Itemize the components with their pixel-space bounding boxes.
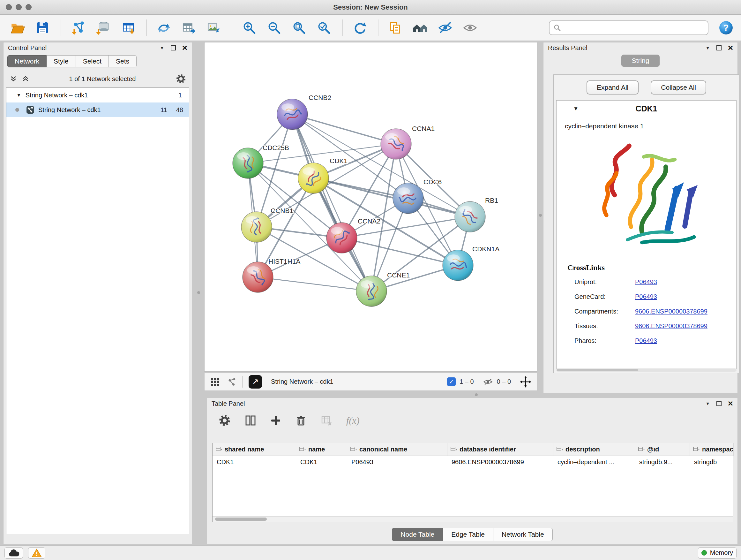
node-CDKN1A[interactable]: [443, 250, 473, 281]
copy-document-button[interactable]: [386, 18, 405, 37]
show-all-button[interactable]: [461, 18, 479, 37]
detach-view-button[interactable]: ↗: [249, 375, 262, 388]
collapse-all-icon[interactable]: [10, 75, 17, 82]
table-panel-close-icon[interactable]: ×: [728, 399, 733, 408]
results-horizontal-scrollbar[interactable]: [556, 368, 737, 372]
table-panel-float-icon[interactable]: ▼: [705, 401, 710, 406]
column-header[interactable]: @id: [635, 443, 690, 456]
table-cell[interactable]: CDK1: [296, 456, 347, 468]
show-columns-icon[interactable]: [245, 415, 256, 426]
column-header[interactable]: shared name: [212, 443, 296, 456]
new-network-button[interactable]: [154, 18, 173, 37]
tab-string[interactable]: String: [621, 55, 660, 67]
results-panel-float-icon[interactable]: ▼: [705, 46, 710, 50]
import-table-from-file-button[interactable]: [119, 18, 137, 37]
import-network-from-database-button[interactable]: [94, 18, 112, 37]
collection-expand-icon[interactable]: ▼: [17, 93, 21, 98]
add-column-icon[interactable]: [270, 415, 281, 426]
protein-collapse-icon[interactable]: ▼: [573, 106, 579, 111]
search-input[interactable]: [564, 24, 704, 32]
tab-network[interactable]: Network: [7, 55, 47, 67]
collapse-all-button[interactable]: Collapse All: [651, 80, 706, 95]
node-CCNA2[interactable]: [327, 223, 357, 253]
control-panel-maximize-icon[interactable]: [171, 45, 176, 51]
vertical-splitter-handle[interactable]: [197, 291, 200, 294]
crosslink-link[interactable]: P06493: [635, 278, 657, 286]
tab-network-table[interactable]: Network Table: [493, 528, 553, 541]
tab-select[interactable]: Select: [76, 55, 109, 67]
expand-all-button[interactable]: Expand All: [587, 80, 638, 95]
node-CDC6[interactable]: [393, 183, 423, 213]
network-collection-row[interactable]: ▼ String Network – cdk1 1: [6, 88, 189, 103]
home-views-button[interactable]: [411, 18, 429, 37]
memory-button[interactable]: Memory: [698, 547, 737, 559]
table-horizontal-scrollbar[interactable]: [212, 516, 733, 522]
edge-CCNB2-CCNA1[interactable]: [292, 114, 396, 144]
delete-column-trash-icon[interactable]: [295, 415, 307, 426]
share-view-icon[interactable]: [227, 377, 237, 386]
table-cell[interactable]: P06493: [347, 456, 448, 468]
zoom-fit-button[interactable]: [290, 18, 308, 37]
zoom-in-button[interactable]: [240, 18, 259, 37]
table-cell[interactable]: cyclin–dependent ...: [553, 456, 635, 468]
tab-node-table[interactable]: Node Table: [392, 528, 443, 541]
table-panel-maximize-icon[interactable]: [717, 401, 722, 406]
help-button[interactable]: ?: [717, 18, 735, 37]
control-panel-float-icon[interactable]: ▼: [160, 46, 164, 50]
column-header[interactable]: description: [553, 443, 635, 456]
node-CDC25B[interactable]: [232, 148, 263, 179]
tab-sets[interactable]: Sets: [109, 55, 137, 67]
table-cell[interactable]: stringdb:9...: [635, 456, 690, 468]
hide-selection-button[interactable]: [436, 18, 455, 37]
results-panel-close-icon[interactable]: ×: [728, 44, 733, 52]
column-header[interactable]: canonical name: [347, 443, 448, 456]
zoom-selected-button[interactable]: [315, 18, 333, 37]
column-header[interactable]: namespac: [690, 443, 734, 456]
crosslink-link[interactable]: P06493: [635, 293, 657, 300]
apply-layout-button[interactable]: [350, 18, 369, 37]
edge-CCNB2-CCNE1[interactable]: [292, 114, 372, 291]
table-row[interactable]: CDK1 CDK1 P06493 9606.ENSP00000378699 cy…: [212, 456, 733, 468]
network-row-selected[interactable]: String Network – cdk1 11 48: [6, 103, 189, 117]
results-panel-maximize-icon[interactable]: [717, 45, 722, 51]
table-settings-gear-icon[interactable]: [219, 415, 231, 427]
zoom-out-button[interactable]: [265, 18, 283, 37]
node-CDK1[interactable]: [298, 163, 329, 193]
column-header[interactable]: name: [296, 443, 347, 456]
table-cell[interactable]: stringdb: [690, 456, 733, 468]
crosslink-link[interactable]: 9606.ENSP00000378699: [635, 322, 708, 330]
network-options-gear-icon[interactable]: [176, 74, 186, 84]
edge-CDK1-RB1[interactable]: [313, 178, 470, 217]
node-CCNB1[interactable]: [241, 212, 272, 242]
node-CCNE1[interactable]: [356, 276, 387, 307]
clone-network-button[interactable]: [179, 18, 198, 37]
network-canvas[interactable]: CCNB2CCNA1CDC25BCDK1CDC6RB1CCNB1CCNA2CDK…: [204, 42, 537, 372]
scrollbar-thumb[interactable]: [215, 517, 267, 521]
node-HIST1H1A[interactable]: [243, 262, 273, 293]
cloud-status-button[interactable]: [4, 547, 23, 559]
crosslink-link[interactable]: P06493: [635, 337, 657, 345]
save-session-button[interactable]: [33, 18, 52, 37]
tab-style[interactable]: Style: [47, 55, 76, 67]
protein-card-header[interactable]: ▼ CDK1: [556, 101, 736, 117]
import-network-from-file-button[interactable]: [69, 18, 87, 37]
open-session-button[interactable]: [8, 18, 27, 37]
node-CCNB2[interactable]: [277, 99, 308, 130]
warnings-button[interactable]: [28, 547, 45, 559]
table-cell[interactable]: CDK1: [212, 456, 296, 468]
tab-edge-table[interactable]: Edge Table: [443, 528, 493, 541]
selected-checkbox-icon[interactable]: ✓: [447, 377, 456, 386]
horizontal-splitter-handle[interactable]: [475, 393, 478, 396]
pan-crosshair-icon[interactable]: [520, 376, 531, 388]
export-image-button[interactable]: [204, 18, 223, 37]
crosslink-link[interactable]: 9606.ENSP00000378699: [635, 308, 708, 315]
column-header[interactable]: database identifier: [448, 443, 553, 456]
edge-HIST1H1A-CCNE1[interactable]: [258, 277, 372, 291]
node-RB1[interactable]: [455, 201, 485, 232]
table-cell[interactable]: 9606.ENSP00000378699: [448, 456, 553, 468]
control-panel-close-icon[interactable]: ×: [182, 44, 187, 52]
node-CCNA1[interactable]: [381, 129, 411, 159]
grid-view-icon[interactable]: [210, 377, 220, 387]
vertical-splitter-handle[interactable]: [539, 214, 542, 217]
expand-all-icon[interactable]: [22, 75, 29, 82]
